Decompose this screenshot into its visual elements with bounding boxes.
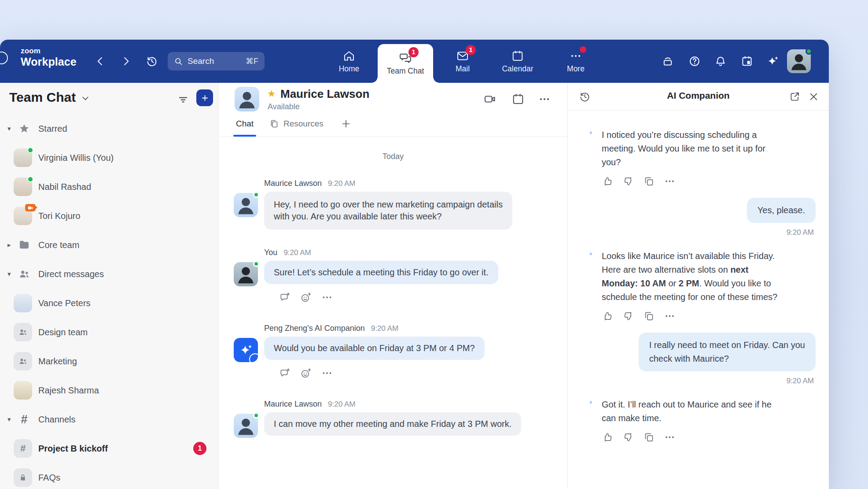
presence-dot: [805, 48, 812, 55]
message-time: 9:20 AM: [328, 179, 355, 188]
tab-more[interactable]: More: [555, 40, 596, 83]
sidebar-item-faqs[interactable]: FAQs: [0, 463, 218, 489]
new-chat-button[interactable]: [196, 89, 213, 106]
message-sender: You: [264, 248, 277, 257]
history-icon[interactable]: [146, 55, 158, 67]
channel-avatar: [14, 468, 32, 487]
message-sender: Peng Zheng’s AI Companion: [264, 324, 365, 333]
schedule-meeting-icon[interactable]: [511, 93, 525, 106]
share-to-device-icon[interactable]: [662, 55, 674, 67]
chat-more-options-icon[interactable]: [538, 93, 551, 106]
thumbs-down-icon[interactable]: [622, 175, 634, 187]
tab-team-chat[interactable]: 1 Team Chat: [378, 44, 433, 83]
more-actions-icon[interactable]: [664, 431, 676, 443]
tab-resources[interactable]: Resources: [269, 111, 324, 137]
ai-message-text: I noticed you’re discussing scheduling a…: [602, 128, 765, 169]
message-actions: [264, 367, 485, 379]
sidebar-section-channels[interactable]: ▾ # Channels: [0, 405, 218, 434]
more-actions-icon[interactable]: [664, 175, 676, 187]
user-avatar[interactable]: [787, 49, 811, 73]
sidebar-item-tori-kojuro[interactable]: Tori Kojuro: [0, 201, 218, 230]
copy-icon[interactable]: [643, 310, 655, 322]
reply-in-thread-icon[interactable]: [279, 291, 291, 304]
message-you: You 9:20 AM Sure! Let’s schedule a meeti…: [219, 248, 567, 304]
thumbs-up-icon[interactable]: [602, 175, 614, 187]
zoom-workplace-logo: zoom Workplace: [21, 47, 77, 67]
start-video-meeting-icon[interactable]: [483, 93, 497, 106]
message-list: Today Maurice Lawson 9:20 AM Hey, I need: [219, 137, 567, 489]
message-time: 9:20 AM: [283, 248, 311, 257]
chat-contact-status: Available: [268, 102, 300, 111]
unread-badge: 1: [193, 442, 206, 455]
thumbs-up-icon[interactable]: [602, 431, 614, 443]
ai-companion-sparkle-icon[interactable]: [767, 55, 779, 67]
owner-mini-avatar: [249, 353, 261, 365]
presence-online-dot: [27, 176, 33, 182]
thumbs-down-icon[interactable]: [622, 431, 634, 443]
more-actions-icon[interactable]: [321, 367, 333, 379]
logo-line-workplace: Workplace: [21, 56, 77, 67]
sidebar-title-dropdown[interactable]: Team Chat: [9, 90, 90, 105]
starred-icon[interactable]: ★: [267, 88, 276, 100]
tab-mail[interactable]: 1 Mail: [442, 40, 483, 83]
caret-down-icon[interactable]: ▾: [7, 270, 14, 278]
message-avatar[interactable]: [234, 193, 258, 217]
caret-down-icon[interactable]: ▾: [7, 125, 14, 133]
message-avatar[interactable]: [234, 414, 258, 438]
plus-icon: [201, 94, 209, 102]
hash-icon: #: [14, 439, 32, 458]
ai-companion-avatar[interactable]: [234, 338, 258, 362]
message-maurice-2: Maurice Lawson 9:20 AM I can move my oth…: [219, 400, 567, 438]
sidebar-item-design-team[interactable]: Design team: [0, 318, 218, 347]
message-bubble: I can move my other meeting and make Fri…: [264, 412, 521, 436]
sidebar-header: Team Chat: [0, 83, 218, 114]
add-tab-button[interactable]: [340, 111, 352, 137]
help-icon[interactable]: [688, 55, 701, 67]
copy-icon[interactable]: [643, 431, 655, 443]
add-reaction-icon[interactable]: [300, 367, 312, 379]
thumbs-down-icon[interactable]: [622, 310, 634, 322]
more-actions-icon[interactable]: [664, 310, 676, 322]
avatar: [14, 178, 32, 196]
lock-icon: [18, 473, 28, 482]
in-video-status-icon: [25, 204, 36, 211]
back-icon[interactable]: [94, 55, 107, 67]
schedule-icon[interactable]: [741, 55, 753, 67]
forward-icon[interactable]: [120, 55, 132, 67]
chat-contact-avatar[interactable]: [235, 87, 259, 111]
sidebar-item-nabil-rashad[interactable]: Nabil Rashad: [0, 172, 218, 201]
sidebar-item-project-b-kickoff[interactable]: # Project B kickoff 1: [0, 434, 218, 463]
sidebar-section-direct-messages[interactable]: ▾ Direct messages: [0, 259, 218, 289]
tab-calendar[interactable]: Calendar: [493, 40, 542, 83]
tab-home[interactable]: Home: [329, 40, 369, 83]
sidebar-item-virginia-willis[interactable]: Virginia Willis (You): [0, 143, 218, 172]
thumbs-up-icon[interactable]: [602, 310, 614, 322]
active-tab-underline: [233, 135, 256, 137]
search-input[interactable]: Search ⌘F: [168, 52, 265, 70]
sidebar-section-starred[interactable]: ▾ Starred: [0, 114, 218, 143]
sidebar-item-rajesh-sharma[interactable]: Rajesh Sharma: [0, 376, 218, 405]
people-icon: [18, 356, 28, 366]
tab-chat[interactable]: Chat: [236, 111, 254, 137]
sidebar-item-marketing[interactable]: Marketing: [0, 347, 218, 376]
close-icon[interactable]: [808, 91, 820, 103]
copy-icon[interactable]: [643, 175, 655, 187]
ai-message-1: I noticed you’re discussing scheduling a…: [579, 128, 816, 169]
search-placeholder: Search: [188, 56, 214, 66]
message-avatar[interactable]: [234, 262, 258, 286]
filter-button[interactable]: [175, 92, 191, 107]
open-in-window-icon[interactable]: [789, 91, 801, 103]
team-chat-unread-badge: 1: [408, 47, 419, 57]
reply-in-thread-icon[interactable]: [279, 367, 291, 379]
avatar: [14, 148, 32, 167]
add-reaction-icon[interactable]: [300, 291, 312, 304]
chat-header: ★ Maurice Lawson Available: [219, 83, 567, 111]
sidebar-section-core-team[interactable]: ▸ Core team: [0, 230, 218, 259]
caret-right-icon[interactable]: ▸: [7, 241, 14, 249]
sidebar-item-vance-peters[interactable]: Vance Peters: [0, 289, 218, 318]
caret-down-icon[interactable]: ▾: [7, 415, 14, 423]
notifications-bell-icon[interactable]: [714, 55, 727, 67]
presence-online-dot: [27, 147, 33, 153]
search-shortcut: ⌘F: [246, 56, 258, 66]
more-actions-icon[interactable]: [321, 291, 333, 304]
